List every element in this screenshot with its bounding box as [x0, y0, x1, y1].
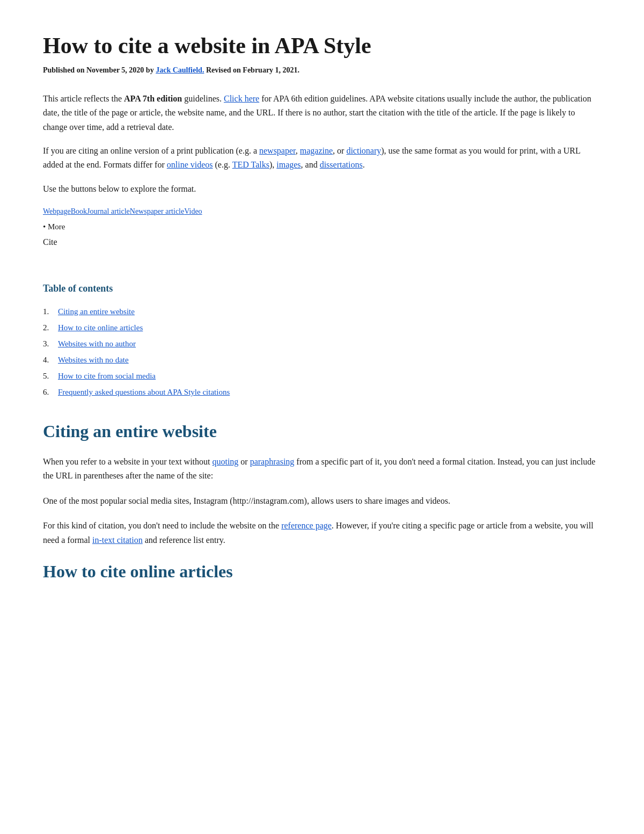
toc-link-3[interactable]: Websites with no author — [58, 337, 136, 350]
toc-title: Table of contents — [43, 281, 601, 296]
toc-item-3: 3. Websites with no author — [43, 337, 601, 350]
intro-paragraph-1: This article reflects the APA 7th editio… — [43, 92, 601, 134]
quoting-link[interactable]: quoting — [212, 457, 238, 466]
intro-paragraph-2: If you are citing an online version of a… — [43, 144, 601, 172]
toc-item-6: 6. Frequently asked questions about APA … — [43, 386, 601, 398]
toc-link-4[interactable]: Websites with no date — [58, 353, 129, 366]
toc-item-2: 2. How to cite online articles — [43, 321, 601, 334]
nav-link-video[interactable]: Video — [184, 206, 202, 217]
nav-link-journal[interactable]: Journal article — [87, 206, 130, 217]
toc-link-1[interactable]: Citing an entire website — [58, 305, 135, 318]
online-videos-link[interactable]: online videos — [167, 160, 213, 169]
section-citing: Citing an entire website When you refer … — [43, 418, 601, 547]
in-text-citation-link[interactable]: in-text citation — [92, 535, 143, 545]
newspaper-link[interactable]: newspaper — [259, 146, 296, 155]
paraphrasing-link[interactable]: paraphrasing — [250, 457, 295, 466]
dissertations-link[interactable]: dissertations — [320, 160, 363, 169]
author-link[interactable]: Jack Caulfield. — [156, 66, 204, 74]
buttons-label: Use the buttons below to explore the for… — [43, 182, 601, 196]
more-list: More — [43, 220, 601, 233]
toc-item-1: 1. Citing an entire website — [43, 305, 601, 318]
intro-section: This article reflects the APA 7th editio… — [43, 92, 601, 249]
nav-link-webpage[interactable]: Webpage — [43, 206, 71, 217]
section-online-articles: How to cite online articles — [43, 558, 601, 585]
toc-section: Table of contents 1. Citing an entire we… — [43, 281, 601, 398]
toc-num-4: 4. — [43, 353, 58, 366]
toc-num-6: 6. — [43, 386, 58, 398]
page-title: How to cite a website in APA Style — [43, 32, 601, 59]
citing-para-2: For this kind of citation, you don't nee… — [43, 519, 601, 547]
more-link[interactable]: More — [48, 222, 65, 231]
published-prefix: Published on November 5, 2020 by — [43, 66, 156, 74]
toc-num-3: 3. — [43, 337, 58, 350]
more-item[interactable]: More — [43, 220, 601, 233]
dictionary-link[interactable]: dictionary — [346, 146, 381, 155]
toc-num-5: 5. — [43, 369, 58, 382]
section-heading-online-articles: How to cite online articles — [43, 558, 601, 585]
reference-page-link[interactable]: reference page — [281, 521, 332, 530]
toc-item-5: 5. How to cite from social media — [43, 369, 601, 382]
toc-link-2[interactable]: How to cite online articles — [58, 321, 143, 334]
nav-link-book[interactable]: Book — [71, 206, 87, 217]
ted-talks-link[interactable]: TED Talks — [232, 160, 269, 169]
toc-item-4: 4. Websites with no date — [43, 353, 601, 366]
revised-text: Revised on February 1, 2021. — [206, 66, 299, 74]
toc-link-6[interactable]: Frequently asked questions about APA Sty… — [58, 386, 230, 398]
toc-link-5[interactable]: How to cite from social media — [58, 369, 156, 382]
toc-num-2: 2. — [43, 321, 58, 334]
section-heading-citing: Citing an entire website — [43, 418, 601, 445]
toc-num-1: 1. — [43, 305, 58, 318]
click-here-link[interactable]: Click here — [224, 94, 259, 103]
citing-para-1: When you refer to a website in your text… — [43, 455, 601, 483]
published-line: Published on November 5, 2020 by Jack Ca… — [43, 64, 601, 76]
nav-links-row: WebpageBookJournal articleNewspaper arti… — [43, 206, 601, 217]
images-link[interactable]: images — [276, 160, 301, 169]
magazine-link[interactable]: magazine — [300, 146, 333, 155]
citing-example: One of the most popular social media sit… — [43, 494, 601, 508]
cite-label: Cite — [43, 235, 601, 249]
toc-list: 1. Citing an entire website 2. How to ci… — [43, 305, 601, 398]
nav-link-newspaper[interactable]: Newspaper article — [130, 206, 184, 217]
